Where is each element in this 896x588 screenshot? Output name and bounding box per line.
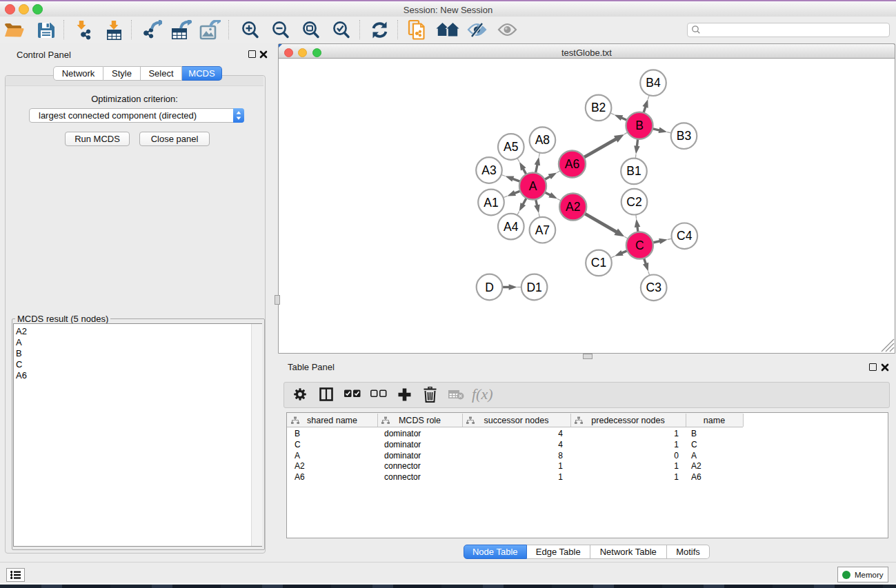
svg-text:C4: C4 bbox=[677, 229, 693, 243]
svg-text:B3: B3 bbox=[677, 129, 691, 143]
svg-text:B1: B1 bbox=[626, 164, 641, 178]
svg-text:B2: B2 bbox=[591, 101, 606, 114]
svg-text:A: A bbox=[529, 179, 537, 193]
svg-text:A1: A1 bbox=[484, 196, 498, 210]
svg-text:B4: B4 bbox=[646, 76, 661, 90]
svg-text:D: D bbox=[485, 281, 494, 294]
svg-text:C: C bbox=[635, 239, 644, 252]
svg-text:A8: A8 bbox=[535, 133, 550, 147]
svg-text:A5: A5 bbox=[504, 140, 518, 154]
svg-text:A6: A6 bbox=[565, 157, 579, 171]
svg-text:A2: A2 bbox=[566, 200, 580, 214]
svg-text:C3: C3 bbox=[646, 281, 661, 294]
svg-text:C2: C2 bbox=[626, 195, 641, 209]
svg-text:A4: A4 bbox=[504, 220, 519, 234]
svg-text:C1: C1 bbox=[591, 256, 606, 270]
svg-text:A7: A7 bbox=[535, 223, 550, 237]
svg-text:A3: A3 bbox=[481, 163, 496, 177]
svg-text:B: B bbox=[635, 119, 644, 132]
svg-text:D1: D1 bbox=[526, 281, 541, 294]
